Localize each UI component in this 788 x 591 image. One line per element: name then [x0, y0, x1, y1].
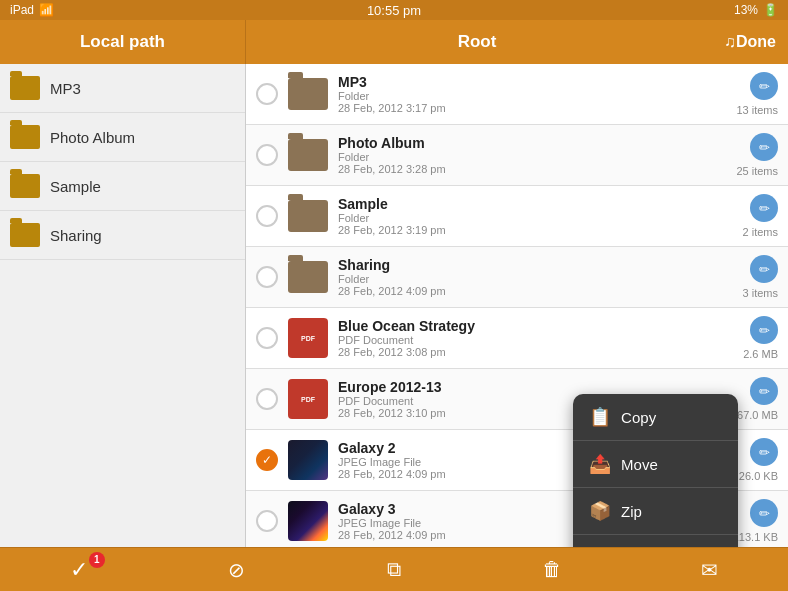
folder-icon-lg — [288, 78, 328, 110]
edit-btn-mp3[interactable]: ✏ — [750, 72, 778, 100]
file-name-europe: Europe 2012-13 — [338, 379, 727, 395]
file-item-sharing[interactable]: Sharing Folder 28 Feb, 2012 4:09 pm ✏ 3 … — [246, 247, 788, 308]
toolbar-mail[interactable]: ✉ — [679, 548, 739, 592]
radio-europe[interactable] — [256, 388, 278, 410]
file-meta-mp3: ✏ 13 items — [736, 72, 778, 116]
cancel-icon: ⊘ — [228, 558, 245, 582]
zip-label: Zip — [621, 503, 642, 520]
file-item-blueocean[interactable]: PDF Blue Ocean Strategy PDF Document 28 … — [246, 308, 788, 369]
folder-icon-lg — [288, 200, 328, 232]
music-icon: ♫ — [724, 33, 736, 51]
status-right: 13% 🔋 — [734, 3, 778, 17]
file-meta-galaxy2: ✏ 26.0 KB — [739, 438, 778, 482]
toolbar-checkmark[interactable]: ✓ 1 — [49, 548, 109, 592]
file-type-photoalbum: Folder — [338, 151, 726, 163]
sidebar-label-mp3: MP3 — [50, 80, 81, 97]
edit-btn-sample[interactable]: ✏ — [750, 194, 778, 222]
file-date-sharing: 28 Feb, 2012 4:09 pm — [338, 285, 733, 297]
file-type-sharing: Folder — [338, 273, 733, 285]
context-zip[interactable]: 📦 Zip — [573, 488, 738, 535]
sidebar-item-sharing[interactable]: Sharing — [0, 211, 245, 260]
file-count-sample: 2 items — [743, 226, 778, 238]
edit-btn-europe[interactable]: ✏ — [750, 377, 778, 405]
folder-icon — [10, 174, 40, 198]
copy-icon: 📋 — [589, 406, 611, 428]
radio-sample[interactable] — [256, 205, 278, 227]
file-count-galaxy2: 26.0 KB — [739, 470, 778, 482]
radio-blueocean[interactable] — [256, 327, 278, 349]
edit-btn-galaxy2[interactable]: ✏ — [750, 438, 778, 466]
context-copy[interactable]: 📋 Copy — [573, 394, 738, 441]
battery-icon: 🔋 — [763, 3, 778, 17]
folder-icon — [10, 76, 40, 100]
file-info-mp3: MP3 Folder 28 Feb, 2012 3:17 pm — [338, 74, 726, 114]
header-right-panel: ♫ Done — [708, 20, 788, 64]
file-info-blueocean: Blue Ocean Strategy PDF Document 28 Feb,… — [338, 318, 733, 358]
file-date-blueocean: 28 Feb, 2012 3:08 pm — [338, 346, 733, 358]
sidebar-item-sample[interactable]: Sample — [0, 162, 245, 211]
file-type-blueocean: PDF Document — [338, 334, 733, 346]
file-count-mp3: 13 items — [736, 104, 778, 116]
file-count-photoalbum: 25 items — [736, 165, 778, 177]
toolbar-cancel[interactable]: ⊘ — [206, 548, 266, 592]
radio-galaxy2[interactable] — [256, 449, 278, 471]
folder-icon — [10, 223, 40, 247]
context-open-in[interactable]: 📂 Open in — [573, 535, 738, 547]
radio-galaxy3[interactable] — [256, 510, 278, 532]
file-meta-photoalbum: ✏ 25 items — [736, 133, 778, 177]
sidebar-item-mp3[interactable]: MP3 — [0, 64, 245, 113]
sidebar-label-sharing: Sharing — [50, 227, 102, 244]
file-date-sample: 28 Feb, 2012 3:19 pm — [338, 224, 733, 236]
mail-icon: ✉ — [701, 558, 718, 582]
file-count-europe: 67.0 MB — [737, 409, 778, 421]
context-menu: 📋 Copy 📤 Move 📦 Zip 📂 Open in 💾 Save to … — [573, 394, 738, 547]
file-item-photoalbum[interactable]: Photo Album Folder 28 Feb, 2012 3:28 pm … — [246, 125, 788, 186]
folder-icon-lg — [288, 139, 328, 171]
pdf-icon-blueocean: PDF — [288, 318, 328, 358]
toolbar-copy[interactable]: ⧉ — [364, 548, 424, 592]
root-title: Root — [458, 32, 497, 52]
edit-btn-galaxy3[interactable]: ✏ — [750, 499, 778, 527]
toolbar-delete[interactable]: 🗑 — [522, 548, 582, 592]
file-count-galaxy3: 113.1 KB — [733, 531, 778, 543]
file-name-blueocean: Blue Ocean Strategy — [338, 318, 733, 334]
context-move[interactable]: 📤 Move — [573, 441, 738, 488]
done-button[interactable]: Done — [736, 33, 776, 51]
time-display: 10:55 pm — [367, 3, 421, 18]
edit-btn-blueocean[interactable]: ✏ — [750, 316, 778, 344]
radio-photoalbum[interactable] — [256, 144, 278, 166]
move-icon: 📤 — [589, 453, 611, 475]
device-label: iPad — [10, 3, 34, 17]
file-info-sharing: Sharing Folder 28 Feb, 2012 4:09 pm — [338, 257, 733, 297]
edit-btn-sharing[interactable]: ✏ — [750, 255, 778, 283]
file-name-sample: Sample — [338, 196, 733, 212]
file-type-mp3: Folder — [338, 90, 726, 102]
file-name-mp3: MP3 — [338, 74, 726, 90]
file-date-mp3: 28 Feb, 2012 3:17 pm — [338, 102, 726, 114]
checkmark-badge: 1 — [89, 552, 105, 568]
toolbar: ✓ 1 ⊘ ⧉ 🗑 ✉ — [0, 547, 788, 591]
file-info-sample: Sample Folder 28 Feb, 2012 3:19 pm — [338, 196, 733, 236]
file-count-blueocean: 2.6 MB — [743, 348, 778, 360]
folder-icon — [10, 125, 40, 149]
file-info-photoalbum: Photo Album Folder 28 Feb, 2012 3:28 pm — [338, 135, 726, 175]
local-path-title: Local path — [80, 32, 165, 52]
radio-sharing[interactable] — [256, 266, 278, 288]
wifi-icon: 📶 — [39, 3, 54, 17]
file-item-sample[interactable]: Sample Folder 28 Feb, 2012 3:19 pm ✏ 2 i… — [246, 186, 788, 247]
radio-mp3[interactable] — [256, 83, 278, 105]
move-label: Move — [621, 456, 658, 473]
file-name-photoalbum: Photo Album — [338, 135, 726, 151]
file-meta-sample: ✏ 2 items — [743, 194, 778, 238]
file-list: MP3 Folder 28 Feb, 2012 3:17 pm ✏ 13 ite… — [246, 64, 788, 547]
galaxy2-thumbnail — [288, 440, 328, 480]
file-item-mp3[interactable]: MP3 Folder 28 Feb, 2012 3:17 pm ✏ 13 ite… — [246, 64, 788, 125]
pdf-icon-europe: PDF — [288, 379, 328, 419]
battery-label: 13% — [734, 3, 758, 17]
sidebar-item-photo-album[interactable]: Photo Album — [0, 113, 245, 162]
galaxy3-thumbnail — [288, 501, 328, 541]
status-left: iPad 📶 — [10, 3, 54, 17]
edit-btn-photoalbum[interactable]: ✏ — [750, 133, 778, 161]
checkmark-icon: ✓ — [70, 557, 88, 583]
folder-icon-lg — [288, 261, 328, 293]
